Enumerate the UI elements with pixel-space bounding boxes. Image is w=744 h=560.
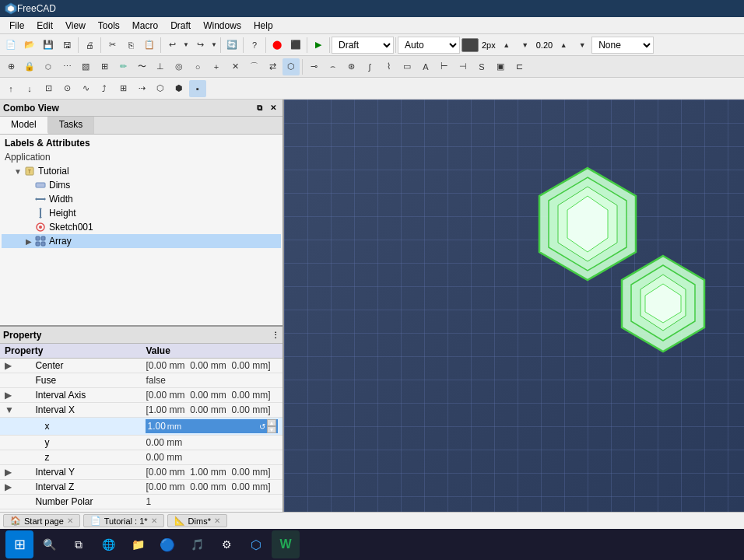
menu-help[interactable]: Help bbox=[247, 19, 279, 33]
bezier-btn[interactable]: 〜 bbox=[133, 58, 150, 75]
menu-view[interactable]: View bbox=[59, 19, 92, 33]
node-btn[interactable]: ⊸ bbox=[305, 58, 322, 75]
play-button[interactable]: ▶ bbox=[310, 37, 327, 54]
snap2-btn[interactable]: ⬡ bbox=[283, 58, 300, 75]
property-resize-handle[interactable]: ⋮ bbox=[272, 331, 279, 339]
iy-expand[interactable]: ▶ bbox=[0, 465, 30, 480]
iz-expand[interactable]: ▶ bbox=[0, 480, 30, 495]
line-btn[interactable]: ✏ bbox=[114, 58, 132, 75]
ix-x-reset[interactable]: ↺ bbox=[259, 422, 265, 431]
undo-button[interactable]: ↩ bbox=[163, 37, 181, 54]
ix-x-input-container[interactable]: 1.00 mm ↺ ▲ ▼ bbox=[146, 419, 278, 433]
grid-btn[interactable]: ⊞ bbox=[96, 58, 113, 75]
menu-file[interactable]: File bbox=[3, 19, 30, 33]
down-btn[interactable]: ↓ bbox=[21, 80, 38, 97]
move-btn[interactable]: ↑ bbox=[2, 80, 19, 97]
menu-tools[interactable]: Tools bbox=[92, 19, 126, 33]
undo-dropdown[interactable]: ▼ bbox=[182, 37, 190, 54]
tree-item-tutorial[interactable]: ▼ T Tutorial bbox=[2, 164, 281, 178]
tree-item-dims[interactable]: Dims bbox=[2, 178, 281, 192]
tab-tasks[interactable]: Tasks bbox=[48, 117, 95, 134]
tree-item-sketch001[interactable]: Sketch001 bbox=[2, 220, 281, 234]
stop-button[interactable]: ⬛ bbox=[287, 37, 304, 54]
start-button[interactable]: ⊞ bbox=[5, 530, 33, 558]
tutorial-toggle[interactable]: ▼ bbox=[12, 167, 23, 176]
linewidth-down[interactable]: ▼ bbox=[517, 37, 534, 54]
prop-row-ix-y[interactable]: y 0.00 mm bbox=[0, 436, 283, 450]
array-btn[interactable]: ⊞ bbox=[114, 80, 132, 97]
solid-btn[interactable]: ▪ bbox=[189, 80, 206, 97]
view-mode-dropdown[interactable]: Auto bbox=[398, 37, 460, 54]
clone-btn[interactable]: ⊙ bbox=[58, 80, 75, 97]
dims-tab-close[interactable]: ✕ bbox=[214, 516, 220, 525]
prop-row-fuse[interactable]: Fuse false bbox=[0, 373, 283, 388]
statusbar-tab-dims[interactable]: 📐 Dims* ✕ bbox=[167, 514, 227, 527]
prop-row-number-polar[interactable]: Number Polar 1 bbox=[0, 495, 283, 509]
cut-button[interactable]: ✂ bbox=[104, 37, 121, 54]
group-btn[interactable]: ▣ bbox=[492, 58, 509, 75]
prop-row-interval-y[interactable]: ▶ Interval Y [0.00 mm 1.00 mm 0.00 mm] bbox=[0, 465, 283, 480]
tab-model[interactable]: Model bbox=[0, 117, 48, 134]
iaxis-expand[interactable]: ▶ bbox=[0, 388, 30, 403]
word-button[interactable]: W bbox=[272, 530, 300, 558]
center-expand[interactable]: ▶ bbox=[0, 359, 30, 373]
symm-btn[interactable]: ⌇ bbox=[380, 58, 397, 75]
new-button[interactable]: 📄 bbox=[2, 37, 19, 54]
statusbar-tab-tutorial[interactable]: 📄 Tutorial : 1* ✕ bbox=[83, 514, 164, 527]
paste-button[interactable]: 📋 bbox=[141, 37, 158, 54]
tree-item-height[interactable]: Height bbox=[2, 206, 281, 220]
tree-item-array[interactable]: ▶ Array bbox=[2, 234, 281, 248]
prop-row-interval-axis[interactable]: ▶ Interval Axis [0.00 mm 0.00 mm 0.00 mm… bbox=[0, 388, 283, 403]
refresh-button[interactable]: 🔄 bbox=[223, 37, 240, 54]
settings-button[interactable]: ⚙ bbox=[212, 530, 240, 558]
midpoint-btn[interactable]: ⋯ bbox=[58, 58, 75, 75]
scale-down[interactable]: ▼ bbox=[574, 37, 591, 54]
hatch-btn[interactable]: ▧ bbox=[77, 58, 94, 75]
taskview-button[interactable]: ⧉ bbox=[65, 530, 93, 558]
curve-btn[interactable]: ⌢ bbox=[324, 58, 341, 75]
rect-btn[interactable]: ▭ bbox=[398, 58, 416, 75]
saveas-button[interactable]: 🖫 bbox=[58, 37, 75, 54]
prop-row-interval-z[interactable]: ▶ Interval Z [0.00 mm 0.00 mm 0.00 mm] bbox=[0, 480, 283, 495]
int-btn[interactable]: ⊛ bbox=[342, 58, 360, 75]
linewidth-up[interactable]: ▲ bbox=[498, 37, 515, 54]
ix-expand[interactable]: ▼ bbox=[0, 403, 30, 418]
freecad-taskbar-button[interactable]: ⬡ bbox=[242, 530, 270, 558]
save-button[interactable]: 💾 bbox=[40, 37, 57, 54]
tutorial-tab-close[interactable]: ✕ bbox=[151, 516, 157, 525]
menu-macro[interactable]: Macro bbox=[126, 19, 164, 33]
txt-btn[interactable]: A bbox=[417, 58, 434, 75]
circle-btn[interactable]: ○ bbox=[189, 58, 206, 75]
perpend-btn[interactable]: ⊥ bbox=[152, 58, 169, 75]
combo-restore-btn[interactable]: ⧉ bbox=[253, 102, 265, 114]
redo-dropdown[interactable]: ▼ bbox=[210, 37, 218, 54]
redo-button[interactable]: ↪ bbox=[191, 37, 209, 54]
wave-btn[interactable]: ∿ bbox=[77, 80, 94, 97]
scale-up[interactable]: ▲ bbox=[555, 37, 572, 54]
dim-btn[interactable]: ⊢ bbox=[436, 58, 453, 75]
start-page-close[interactable]: ✕ bbox=[67, 516, 73, 525]
path-btn[interactable]: ⤴ bbox=[96, 80, 113, 97]
ix-x-value[interactable]: 1.00 mm ↺ ▲ ▼ bbox=[141, 418, 283, 436]
media-button[interactable]: 🎵 bbox=[183, 530, 211, 558]
print-button[interactable]: 🖨 bbox=[81, 37, 98, 54]
combo-close-btn[interactable]: ✕ bbox=[267, 102, 279, 114]
record-stop-button[interactable]: ⬤ bbox=[268, 37, 286, 54]
split-btn[interactable]: ⊏ bbox=[511, 58, 528, 75]
workbench-dropdown[interactable]: Draft bbox=[332, 37, 394, 54]
ix-x-spin-up[interactable]: ▲ bbox=[267, 419, 276, 426]
tree-item-width[interactable]: Width bbox=[2, 192, 281, 206]
bezier2-btn[interactable]: S bbox=[473, 58, 490, 75]
ix-x-spin-down[interactable]: ▼ bbox=[267, 426, 276, 433]
prop-row-ix-z[interactable]: z 0.00 mm bbox=[0, 450, 283, 465]
menu-draft[interactable]: Draft bbox=[164, 19, 197, 33]
help-button[interactable]: ? bbox=[246, 37, 263, 54]
viewport[interactable] bbox=[284, 100, 744, 512]
statusbar-tab-start[interactable]: 🏠 Start page ✕ bbox=[3, 514, 80, 527]
frame-btn[interactable]: ⊡ bbox=[40, 80, 57, 97]
tangent-btn[interactable]: ∫ bbox=[361, 58, 378, 75]
edge-button[interactable]: 🌐 bbox=[94, 530, 122, 558]
menu-windows[interactable]: Windows bbox=[197, 19, 247, 33]
x-btn[interactable]: ✕ bbox=[226, 58, 244, 75]
search-taskbar-button[interactable]: 🔍 bbox=[35, 530, 63, 558]
